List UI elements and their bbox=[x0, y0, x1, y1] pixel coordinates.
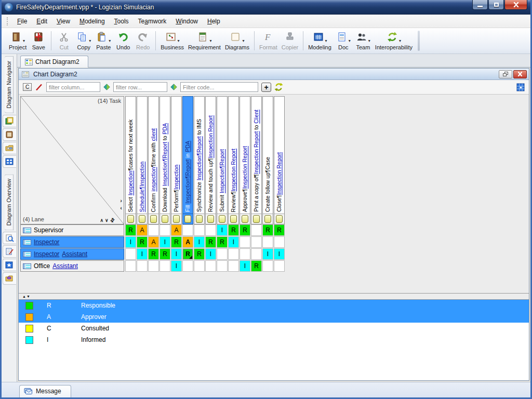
tab-message[interactable]: Message bbox=[19, 385, 71, 397]
filter-column-input[interactable] bbox=[46, 82, 100, 92]
diagram-overview-icon[interactable] bbox=[3, 232, 16, 244]
matrix-cell[interactable]: I bbox=[228, 236, 239, 248]
task-column-header[interactable]: Review¶Inspection Report bbox=[228, 96, 239, 224]
matrix-cell[interactable] bbox=[148, 224, 159, 236]
legend-splitter[interactable]: ▲ ▼ bbox=[19, 293, 529, 300]
matrix-cell[interactable]: R bbox=[228, 224, 239, 236]
matrix-cell[interactable]: R bbox=[194, 248, 205, 260]
matrix-cell[interactable]: I bbox=[205, 248, 216, 260]
dropdown-arrow-icon[interactable]: ▾ bbox=[178, 38, 180, 43]
task-icon[interactable] bbox=[173, 215, 180, 223]
task-icon[interactable] bbox=[184, 215, 191, 223]
task-column-header[interactable]: Download Inspection¶Report to PDA bbox=[159, 96, 170, 224]
menu-item-modeling[interactable]: Modeling bbox=[75, 16, 110, 27]
matrix-cell[interactable]: I bbox=[217, 224, 228, 236]
diagrams-button[interactable]: ▾ Diagrams bbox=[223, 29, 251, 52]
matrix-cell[interactable] bbox=[228, 260, 239, 272]
panel-restore-button[interactable] bbox=[499, 70, 512, 78]
dropdown-arrow-icon[interactable]: ▾ bbox=[89, 38, 91, 43]
task-column-header[interactable]: Perform¶Inspection bbox=[171, 96, 182, 224]
model-explorer-icon[interactable] bbox=[3, 115, 16, 127]
matrix-cell[interactable] bbox=[125, 248, 136, 260]
minimize-button[interactable] bbox=[472, 0, 488, 10]
tab-diagram-navigator[interactable]: Diagram Navigator bbox=[5, 56, 14, 113]
matrix-cell[interactable] bbox=[240, 248, 250, 260]
matrix-cell[interactable] bbox=[251, 236, 262, 248]
lane-row-header[interactable]: Inspector Assistant bbox=[20, 248, 124, 260]
splitter-expand-icon[interactable]: ▼ bbox=[26, 295, 31, 298]
menu-item-edit[interactable]: Edit bbox=[32, 16, 52, 27]
task-icon[interactable] bbox=[139, 215, 145, 223]
filter-row-input[interactable] bbox=[113, 82, 167, 92]
task-column-header[interactable]: Submit Inspection¶Report bbox=[217, 96, 228, 224]
matrix-cell[interactable] bbox=[274, 236, 285, 248]
matrix-cell[interactable]: R bbox=[251, 260, 262, 272]
matrix-settings-icon[interactable] bbox=[516, 83, 525, 91]
eraser-icon[interactable] bbox=[170, 84, 177, 90]
matrix-cell[interactable] bbox=[182, 224, 193, 236]
undo-button[interactable]: Undo bbox=[113, 29, 133, 52]
task-column-header[interactable]: Create follow up¶Case bbox=[262, 96, 273, 224]
matrix-cell[interactable]: A bbox=[171, 224, 182, 236]
legend-row[interactable]: IInformed bbox=[19, 334, 529, 345]
matrix-cell[interactable]: R bbox=[182, 248, 193, 260]
matrix-cell[interactable] bbox=[228, 248, 239, 260]
task-icon[interactable] bbox=[127, 215, 134, 223]
dropdown-arrow-icon[interactable]: ▾ bbox=[209, 38, 211, 43]
matrix-cell[interactable]: A bbox=[182, 236, 193, 248]
diagram-navigator-icon[interactable] bbox=[3, 155, 16, 168]
task-icon[interactable] bbox=[162, 215, 168, 223]
matrix-cell[interactable]: I bbox=[137, 248, 148, 260]
lane-row-header[interactable]: Inspector bbox=[20, 236, 124, 248]
task-column-header[interactable]: Schedule¶Inspection bbox=[137, 96, 148, 224]
sort-down-icon[interactable]: ∨ bbox=[105, 218, 109, 223]
matrix-cell[interactable] bbox=[137, 260, 148, 272]
matrix-cell[interactable] bbox=[217, 248, 228, 260]
matrix-cell[interactable]: I bbox=[125, 236, 136, 248]
property-icon[interactable] bbox=[3, 272, 16, 285]
dropdown-arrow-icon[interactable]: ▾ bbox=[23, 38, 25, 43]
dropdown-arrow-icon[interactable]: ▾ bbox=[109, 38, 111, 43]
matrix-cell[interactable]: I bbox=[171, 248, 182, 260]
matrix-cell[interactable]: A bbox=[148, 236, 159, 248]
task-icon[interactable] bbox=[219, 215, 225, 223]
menu-item-window[interactable]: Window bbox=[171, 16, 203, 27]
matrix-cell[interactable] bbox=[251, 224, 262, 236]
splitter-collapse-icon[interactable]: ▲ bbox=[22, 295, 26, 298]
matrix-cell[interactable]: I bbox=[171, 260, 182, 272]
task-column-header[interactable]: Confirm inspection¶time with client bbox=[148, 96, 159, 224]
documentation-icon[interactable] bbox=[3, 245, 16, 258]
close-button[interactable] bbox=[504, 0, 527, 10]
task-icon[interactable] bbox=[150, 215, 157, 223]
refresh-icon[interactable] bbox=[274, 83, 283, 91]
lane-row-header[interactable]: Supervisor bbox=[20, 224, 124, 236]
matrix-cell[interactable] bbox=[159, 224, 170, 236]
matrix-cell[interactable]: I bbox=[240, 260, 250, 272]
copy-button[interactable]: ▾ Copy bbox=[74, 29, 94, 52]
menu-item-help[interactable]: Help bbox=[203, 16, 225, 27]
eraser-icon[interactable] bbox=[103, 84, 110, 90]
matrix-cell[interactable] bbox=[125, 260, 136, 272]
matrix-cell[interactable]: I bbox=[194, 236, 205, 248]
dropdown-arrow-icon[interactable]: ▾ bbox=[325, 38, 327, 43]
menu-item-tools[interactable]: Tools bbox=[110, 16, 134, 27]
dropdown-arrow-icon[interactable]: ▾ bbox=[242, 38, 244, 43]
task-column-header[interactable]: Synchronize Inspection¶Report to IMS bbox=[194, 96, 205, 224]
legend-row[interactable]: CConsulted bbox=[19, 323, 529, 334]
sort-up-icon[interactable]: ∧ bbox=[100, 218, 103, 223]
task-column-header[interactable]: Review and touch up¶Inspection Report bbox=[205, 96, 216, 224]
matrix-cell[interactable] bbox=[217, 260, 228, 272]
matrix-cell[interactable] bbox=[262, 236, 273, 248]
code-toggle-button[interactable]: C bbox=[23, 83, 32, 91]
matrix-cell[interactable] bbox=[205, 260, 216, 272]
matrix-cell[interactable] bbox=[274, 260, 285, 272]
matrix-cell[interactable]: I bbox=[159, 236, 170, 248]
maximize-button[interactable] bbox=[488, 0, 504, 10]
matrix-cell[interactable]: R bbox=[148, 248, 159, 260]
paste-button[interactable]: ▾ Paste bbox=[94, 29, 113, 52]
matrix-cell[interactable]: R bbox=[137, 236, 148, 248]
class-repository-icon[interactable] bbox=[3, 128, 16, 141]
stencil-icon[interactable] bbox=[3, 259, 16, 271]
matrix-cell[interactable] bbox=[205, 224, 216, 236]
matrix-cell[interactable] bbox=[182, 260, 193, 272]
